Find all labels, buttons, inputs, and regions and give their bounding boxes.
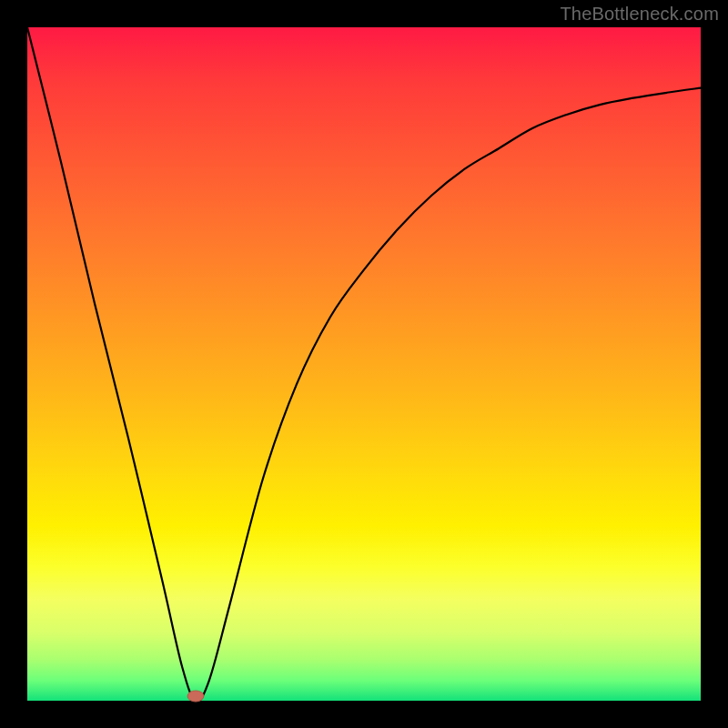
bottleneck-point-marker xyxy=(187,691,204,702)
plot-area xyxy=(27,27,701,701)
watermark-text: TheBottleneck.com xyxy=(560,4,719,25)
curve-svg xyxy=(27,27,701,701)
chart-stage: TheBottleneck.com xyxy=(0,0,728,728)
bottleneck-curve xyxy=(27,27,701,701)
